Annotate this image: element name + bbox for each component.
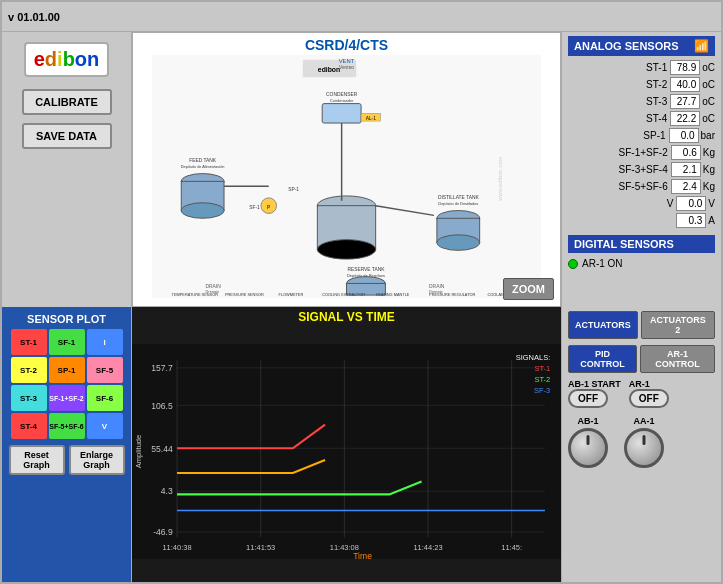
- ab1-knob-label: AB-1: [577, 416, 598, 426]
- chip-sf12[interactable]: SF-1+SF-2: [49, 385, 85, 411]
- svg-text:DISTILLATE TANK: DISTILLATE TANK: [438, 195, 480, 200]
- svg-text:PRESSURE SENSOR: PRESSURE SENSOR: [225, 292, 264, 297]
- sensor-st4-row: ST-4 22.2 oC: [568, 111, 715, 126]
- edibon-logo: edibon: [24, 42, 110, 77]
- process-diagram: edibon FEED TANK Depósito de Alimentació…: [133, 55, 560, 298]
- svg-text:Drenaje: Drenaje: [206, 289, 220, 294]
- sensor-sf12-row: SF-1+SF-2 0.6 Kg: [568, 145, 715, 160]
- sensor-st1-row: ST-1 78.9 oC: [568, 60, 715, 75]
- calibrate-button[interactable]: CALIBRATE: [22, 89, 112, 115]
- svg-text:55.44: 55.44: [151, 444, 173, 454]
- save-data-button[interactable]: SAVE DATA: [22, 123, 112, 149]
- digital-sensors-header: DIGITAL SENSORS: [568, 235, 715, 253]
- ar1-off-button[interactable]: OFF: [629, 389, 669, 408]
- svg-point-13: [317, 240, 375, 259]
- sensor-st3-label: ST-3: [646, 96, 667, 107]
- svg-text:SP-1: SP-1: [288, 187, 299, 192]
- sensor-sf56-value: 2.4: [671, 179, 701, 194]
- sensor-st2-unit: oC: [702, 79, 715, 90]
- sensor-a-row: 0.3 A: [568, 213, 715, 228]
- diagram-area: CSRD/4/CTS edibon FEED TANK Depósito de …: [133, 33, 560, 306]
- chip-i[interactable]: I: [87, 329, 123, 355]
- center-diagram: CSRD/4/CTS edibon FEED TANK Depósito de …: [132, 32, 561, 307]
- sensor-sf56-unit: Kg: [703, 181, 715, 192]
- ar1-control-tab[interactable]: AR-1 CONTROL: [640, 345, 715, 373]
- ab1-knob[interactable]: [568, 428, 608, 468]
- graph-buttons: Reset Graph Enlarge Graph: [9, 445, 125, 475]
- svg-text:FLOWMETER: FLOWMETER: [278, 292, 303, 297]
- svg-text:11:41:53: 11:41:53: [246, 543, 275, 552]
- svg-text:SF-3: SF-3: [534, 386, 550, 395]
- digital-ar1-row: AR-1 ON: [568, 258, 715, 269]
- chip-v[interactable]: V: [87, 413, 123, 439]
- svg-text:HEATING MANTLE: HEATING MANTLE: [376, 292, 410, 297]
- chip-sf1[interactable]: SF-1: [49, 329, 85, 355]
- enlarge-graph-button[interactable]: Enlarge Graph: [69, 445, 125, 475]
- chip-sf6[interactable]: SF-6: [87, 385, 123, 411]
- sensor-st4-unit: oC: [702, 113, 715, 124]
- sensor-sf34-row: SF-3+SF-4 2.1 Kg: [568, 162, 715, 177]
- sensor-st3-unit: oC: [702, 96, 715, 107]
- chip-st3[interactable]: ST-3: [11, 385, 47, 411]
- chip-st1[interactable]: ST-1: [11, 329, 47, 355]
- sensor-chips-grid: ST-1 SF-1 I ST-2 SP-1 SF-5 ST-3 SF-1+SF-…: [11, 329, 123, 439]
- sensor-v-label: V: [667, 198, 674, 209]
- pid-tabs: PID CONTROL AR-1 CONTROL: [568, 345, 715, 373]
- ab1-off-button[interactable]: OFF: [568, 389, 608, 408]
- sensor-st3-row: ST-3 27.7 oC: [568, 94, 715, 109]
- chip-sp1[interactable]: SP-1: [49, 357, 85, 383]
- sensor-sf12-label: SF-1+SF-2: [619, 147, 668, 158]
- wifi-icon: 📶: [694, 39, 709, 53]
- pid-control-tab[interactable]: PID CONTROL: [568, 345, 637, 373]
- sensor-st4-label: ST-4: [646, 113, 667, 124]
- sensor-st2-label: ST-2: [646, 79, 667, 90]
- chart-svg: 157.7 106.5 55.44 4.3 -46.9 Amplitude: [132, 325, 561, 578]
- aa1-knob-label: AA-1: [633, 416, 654, 426]
- sensor-st1-label: ST-1: [646, 62, 667, 73]
- chip-sf5[interactable]: SF-5: [87, 357, 123, 383]
- sensor-st4-value: 22.2: [670, 111, 700, 126]
- aa1-knob[interactable]: [624, 428, 664, 468]
- svg-text:www.edibon.com: www.edibon.com: [497, 157, 503, 202]
- svg-text:Time: Time: [353, 551, 372, 561]
- svg-text:106.5: 106.5: [151, 401, 173, 411]
- actuators-tab2[interactable]: ACTUATORS 2: [641, 311, 715, 339]
- analog-sensors-header: ANALOG SENSORS 📶: [568, 36, 715, 56]
- svg-text:SIGNALS:: SIGNALS:: [516, 353, 551, 362]
- sensor-st1-value: 78.9: [670, 60, 700, 75]
- svg-text:Amplitude: Amplitude: [134, 435, 143, 468]
- zoom-button[interactable]: ZOOM: [503, 278, 554, 300]
- svg-text:edibon: edibon: [318, 66, 340, 73]
- chart-area: 157.7 106.5 55.44 4.3 -46.9 Amplitude: [132, 325, 561, 578]
- sensor-sf12-unit: Kg: [703, 147, 715, 158]
- left-panel: edibon CALIBRATE SAVE DATA: [2, 32, 132, 307]
- ab1-start-row: AB-1 START OFF AR-1 OFF: [568, 379, 715, 408]
- sensor-a-unit: A: [708, 215, 715, 226]
- svg-text:-46.9: -46.9: [153, 527, 173, 537]
- chart-panel: SIGNAL VS TIME 157.7 106.5 55.44 4.3 -46…: [132, 307, 561, 582]
- chip-st4[interactable]: ST-4: [11, 413, 47, 439]
- svg-rect-46: [132, 344, 561, 559]
- svg-text:VENT: VENT: [339, 58, 355, 64]
- svg-text:11:45:: 11:45:: [501, 543, 522, 552]
- sensor-plot-title: SENSOR PLOT: [27, 313, 106, 325]
- svg-text:ST-1: ST-1: [534, 364, 550, 373]
- svg-text:11:44:23: 11:44:23: [413, 543, 442, 552]
- ab1-start-label: AB-1 START: [568, 379, 621, 389]
- top-bar: v 01.01.00: [2, 2, 721, 32]
- sensor-st1-unit: oC: [702, 62, 715, 73]
- svg-text:Depósito de Destilados: Depósito de Destilados: [438, 201, 478, 206]
- digital-ar1-status: AR-1 ON: [582, 258, 623, 269]
- ab1-knob-wrap: AB-1: [568, 416, 608, 468]
- actuators-tab1[interactable]: ACTUATORS: [568, 311, 638, 339]
- sensor-sp1-value: 0.0: [669, 128, 699, 143]
- chip-sf56[interactable]: SF-5+SF-6: [49, 413, 85, 439]
- reset-graph-button[interactable]: Reset Graph: [9, 445, 65, 475]
- svg-text:SF-1: SF-1: [249, 205, 260, 210]
- svg-text:Venteo: Venteo: [339, 65, 354, 70]
- svg-text:ST-2: ST-2: [534, 375, 550, 384]
- chip-st2[interactable]: ST-2: [11, 357, 47, 383]
- sensor-sf34-unit: Kg: [703, 164, 715, 175]
- svg-text:P: P: [267, 205, 270, 210]
- analog-sensors-title: ANALOG SENSORS: [574, 40, 679, 52]
